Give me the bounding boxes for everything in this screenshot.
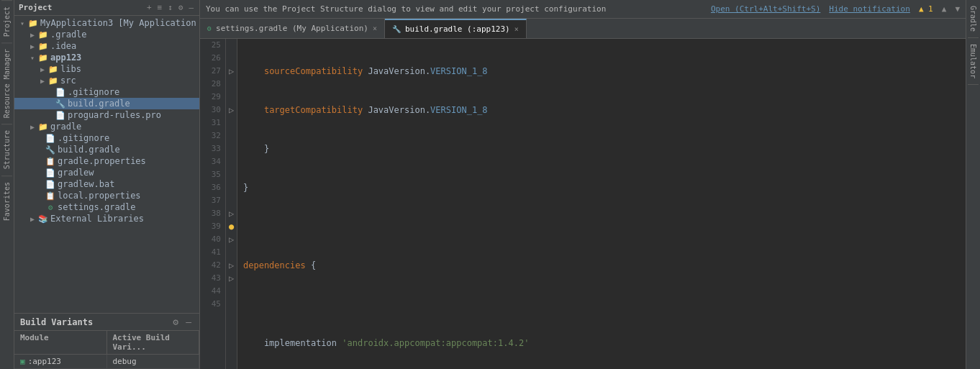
notification-open-link[interactable]: Open (Ctrl+Alt+Shift+S) — [711, 4, 820, 14]
fold-40[interactable]: ▷ — [226, 233, 237, 246]
arrow-down-icon[interactable]: ▼ — [955, 4, 960, 14]
tree-label-local-properties: local.properties — [58, 191, 141, 201]
vtab-structure[interactable]: Structure — [1, 124, 12, 175]
ln-44: 44 — [204, 285, 221, 298]
code-line-29 — [243, 220, 960, 233]
notification-hide-link[interactable]: Hide notification — [829, 4, 910, 14]
vtab-resource-manager[interactable]: Resource Manager — [1, 42, 12, 124]
tree-label-proguard: proguard-rules.pro — [68, 110, 161, 120]
ln-35: 35 — [204, 168, 221, 181]
tree-item-gradle-properties[interactable]: 📋 gradle.properties — [14, 155, 199, 167]
tree-label-root: MyApplication3 [My Application — [40, 18, 196, 28]
hint-39: ● — [226, 220, 237, 233]
sidebar-header-icons: + ≡ ↕ ⚙ — — [145, 3, 195, 12]
ln-38: 38 — [204, 207, 221, 220]
tree-label-libs: libs — [60, 64, 81, 74]
code-line-25: sourceCompatibility JavaVersion.VERSION_… — [243, 65, 960, 78]
tree-item-root[interactable]: ▾ 📁 MyApplication3 [My Application — [14, 17, 199, 29]
tree-arrow-libs: ▶ — [37, 65, 47, 73]
right-vertical-tabs: Gradle Emulator — [966, 0, 980, 369]
tree-label-idea: .idea — [50, 41, 76, 51]
fold-27[interactable]: ▷ — [226, 65, 237, 78]
tree-item-build-gradle-root[interactable]: 🔧 build.gradle — [14, 144, 199, 155]
notification-right: Open (Ctrl+Alt+Shift+S) Hide notificatio… — [711, 4, 960, 14]
tree-label-src: src — [60, 76, 76, 86]
ln-36: 36 — [204, 181, 221, 194]
code-line-32: implementation 'androidx.appcompat:appco… — [243, 337, 960, 350]
code-line-30: dependencies { — [243, 259, 960, 272]
ln-33: 33 — [204, 142, 221, 155]
ln-28: 28 — [204, 78, 221, 91]
left-vertical-tabs: Project Resource Manager Structure Favor… — [0, 0, 14, 369]
code-line-27: } — [243, 142, 960, 155]
tree-item-app123[interactable]: ▾ 📁 app123 — [14, 52, 199, 63]
tree-item-libs[interactable]: ▶ 📁 libs — [14, 63, 199, 75]
ln-34: 34 — [204, 155, 221, 168]
tab-build-close[interactable]: × — [514, 25, 519, 33]
tree-arrow-gradle-root: ▶ — [27, 31, 37, 39]
folder-icon-root: 📁 — [27, 19, 39, 28]
tab-build-icon: 🔧 — [392, 25, 401, 33]
tab-settings-gradle[interactable]: ⚙ settings.gradle (My Application) × — [200, 19, 385, 38]
tree-item-gitignore-app[interactable]: 📄 .gitignore — [14, 86, 199, 98]
sidebar-add-icon[interactable]: + — [145, 3, 153, 12]
tree-item-proguard[interactable]: 📄 proguard-rules.pro — [14, 109, 199, 121]
sidebar-minimize-icon[interactable]: — — [187, 3, 195, 12]
tree-label-gradle-folder: gradle — [50, 122, 81, 132]
ln-30: 30 — [204, 104, 221, 117]
tree-label-build-gradle-root: build.gradle — [58, 145, 120, 155]
tree-label-external-libraries: External Libraries — [50, 214, 144, 224]
fold-42[interactable]: ▷ — [226, 259, 237, 272]
vtab-emulator[interactable]: Emulator — [968, 38, 979, 85]
notification-text: You can use the Project Structure dialog… — [206, 4, 606, 14]
ln-25: 25 — [204, 39, 221, 52]
tree-item-gradle-folder[interactable]: ▶ 📁 gradle — [14, 121, 199, 132]
sidebar-sort-icon[interactable]: ↕ — [166, 3, 174, 12]
tree-item-idea[interactable]: ▶ 📁 .idea — [14, 40, 199, 52]
tree-item-gitignore-root[interactable]: 📄 .gitignore — [14, 132, 199, 144]
bv-col-variant: Active Build Vari... — [107, 331, 200, 354]
tab-settings-label: settings.gradle (My Application) — [216, 24, 368, 33]
tab-settings-close[interactable]: × — [373, 24, 377, 32]
tree-label-gitignore-app: .gitignore — [68, 87, 119, 97]
warning-badge: ▲ 1 — [919, 4, 933, 14]
tree-item-local-properties[interactable]: 📋 local.properties — [14, 190, 199, 201]
sidebar-menu-icon[interactable]: ≡ — [156, 3, 164, 12]
bv-row-app123[interactable]: ▣ :app123 debug — [14, 355, 199, 369]
tab-build-gradle[interactable]: 🔧 build.gradle (:app123) × — [385, 19, 527, 38]
tree-item-gradle-root[interactable]: ▶ 📁 .gradle — [14, 29, 199, 40]
tree-item-gradlew[interactable]: 📄 gradlew — [14, 167, 199, 178]
tree-item-build-gradle-app[interactable]: 🔧 build.gradle — [14, 98, 199, 109]
tree-label-settings-gradle: settings.gradle — [58, 202, 135, 212]
code-area[interactable]: 25 26 27 28 29 30 31 32 33 34 35 36 37 3… — [200, 39, 966, 369]
ln-26: 26 — [204, 52, 221, 65]
code-line-28: } — [243, 181, 960, 194]
tree-arrow-idea: ▶ — [27, 42, 37, 50]
build-variants-panel: Build Variants ⚙ — Module Active Build V… — [14, 313, 199, 369]
tree-item-settings-gradle[interactable]: ⚙ settings.gradle — [14, 201, 199, 213]
arrow-up-icon[interactable]: ▲ — [942, 4, 947, 14]
sidebar-settings-icon[interactable]: ⚙ — [177, 3, 185, 12]
tree-label-gitignore-root: .gitignore — [58, 133, 109, 143]
fold-43[interactable]: ▷ — [226, 272, 237, 285]
gradle-icon-root: 🔧 — [45, 145, 56, 155]
tab-bar: ⚙ settings.gradle (My Application) × 🔧 b… — [200, 19, 966, 39]
vtab-gradle[interactable]: Gradle — [968, 0, 979, 38]
ln-42: 42 — [204, 259, 221, 272]
tree-item-external-libraries[interactable]: ▶ 📚 External Libraries — [14, 213, 199, 224]
ln-31: 31 — [204, 117, 221, 129]
vtab-project[interactable]: Project — [1, 0, 12, 42]
tree-item-gradlew-bat[interactable]: 📄 gradlew.bat — [14, 178, 199, 190]
bv-cell-module: ▣ :app123 — [14, 355, 107, 368]
ln-32: 32 — [204, 129, 221, 142]
build-variants-minimize-icon[interactable]: — — [183, 316, 194, 328]
code-line-26: targetCompatibility JavaVersion.VERSION_… — [243, 104, 960, 117]
fold-38[interactable]: ▷ — [226, 207, 237, 220]
bv-cell-variant[interactable]: debug — [107, 355, 200, 368]
code-content[interactable]: sourceCompatibility JavaVersion.VERSION_… — [237, 39, 966, 369]
tree-item-src[interactable]: ▶ 📁 src — [14, 75, 199, 86]
vtab-favorites[interactable]: Favorites — [1, 176, 12, 227]
build-variants-settings-icon[interactable]: ⚙ — [171, 316, 181, 328]
fold-30[interactable]: ▷ — [226, 104, 237, 117]
tree-label-gradle: .gradle — [50, 29, 87, 40]
